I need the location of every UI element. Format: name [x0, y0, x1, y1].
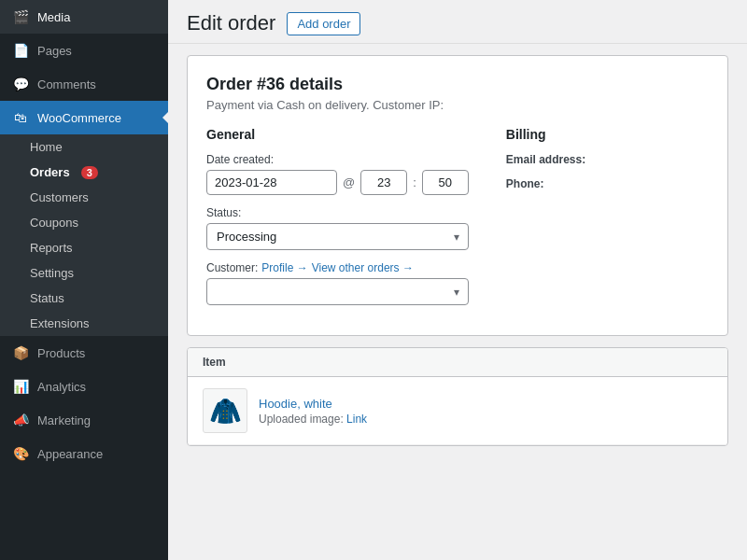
- sidebar-item-label: Reports: [30, 241, 73, 255]
- profile-link[interactable]: Profile →: [261, 261, 307, 274]
- analytics-icon: 📊: [11, 377, 30, 396]
- sidebar-item-reports[interactable]: Reports: [0, 235, 168, 260]
- item-info: Hoodie, white Uploaded image: Link: [259, 397, 712, 426]
- items-card: Item 🧥 Hoodie, white Uploaded image: Lin…: [187, 347, 728, 446]
- sidebar-item-marketing[interactable]: 📣 Marketing: [0, 403, 168, 437]
- view-other-orders-link[interactable]: View other orders →: [312, 261, 414, 274]
- status-row: Status: Pending payment Processing On ho…: [206, 206, 469, 250]
- order-subtitle: Payment via Cash on delivery. Customer I…: [206, 98, 709, 112]
- sidebar-item-label: Orders: [30, 165, 70, 179]
- sidebar-item-settings[interactable]: Settings: [0, 260, 168, 286]
- uploaded-image-label: Uploaded image:: [259, 413, 344, 426]
- sidebar-item-appearance[interactable]: 🎨 Appearance: [0, 437, 168, 470]
- sidebar-item-woocommerce[interactable]: 🛍 WooCommerce: [0, 101, 168, 134]
- at-label: @: [343, 175, 355, 189]
- items-column-header: Item: [188, 348, 727, 377]
- time-hour-input[interactable]: [360, 170, 407, 195]
- customer-label-row: Customer: Profile → View other orders →: [206, 261, 469, 274]
- sidebar-item-label: Appearance: [37, 447, 103, 461]
- sidebar-item-label: Products: [37, 346, 85, 360]
- sidebar-item-media[interactable]: 🎬 Media: [0, 0, 168, 34]
- status-label: Status:: [206, 206, 469, 219]
- status-select[interactable]: Pending payment Processing On hold Compl…: [206, 223, 469, 250]
- sidebar-item-label: Media: [37, 10, 70, 24]
- marketing-icon: 📣: [11, 411, 30, 429]
- add-order-button[interactable]: Add order: [287, 12, 360, 35]
- sidebar-item-label: Customers: [30, 190, 89, 204]
- status-select-wrapper: Pending payment Processing On hold Compl…: [206, 223, 469, 250]
- email-label: Email address:: [506, 153, 709, 166]
- customer-label: Customer:: [206, 261, 258, 274]
- general-column: General Date created: @ : Status:: [206, 127, 469, 316]
- sidebar-item-customers[interactable]: Customers: [0, 185, 168, 210]
- sidebar-item-label: Comments: [37, 77, 96, 91]
- date-input[interactable]: [206, 170, 337, 195]
- sidebar-item-orders[interactable]: Orders 3: [0, 160, 168, 185]
- customer-select-wrapper: ▾: [206, 278, 469, 305]
- time-minute-input[interactable]: [422, 170, 469, 195]
- sidebar-item-pages[interactable]: 📄 Pages: [0, 34, 168, 67]
- general-section-title: General: [206, 127, 469, 142]
- order-details-card: Order #36 details Payment via Cash on de…: [187, 55, 728, 336]
- products-icon: 📦: [11, 343, 30, 362]
- colon-label: :: [413, 175, 416, 189]
- uploaded-image-link[interactable]: Link: [346, 413, 367, 426]
- item-thumbnail: 🧥: [203, 388, 247, 433]
- sidebar-item-status[interactable]: Status: [0, 286, 168, 311]
- sidebar-item-products[interactable]: 📦 Products: [0, 336, 168, 370]
- customer-select[interactable]: [206, 278, 469, 305]
- order-columns: General Date created: @ : Status:: [206, 127, 709, 316]
- sidebar-item-home[interactable]: Home: [0, 134, 168, 160]
- item-name-link[interactable]: Hoodie, white: [259, 397, 332, 411]
- date-label: Date created:: [206, 153, 469, 166]
- sidebar-item-label: Settings: [30, 266, 74, 280]
- sidebar-item-comments[interactable]: 💬 Comments: [0, 67, 168, 101]
- sidebar-item-label: Extensions: [30, 316, 90, 330]
- table-row: 🧥 Hoodie, white Uploaded image: Link: [188, 377, 727, 445]
- sidebar: 🎬 Media 📄 Pages 💬 Comments 🛍 WooCommerce…: [0, 0, 168, 560]
- appearance-icon: 🎨: [11, 444, 30, 463]
- woocommerce-submenu: Home Orders 3 Customers Coupons Reports …: [0, 134, 168, 336]
- sidebar-item-label: Home: [30, 140, 63, 154]
- sidebar-item-label: Coupons: [30, 216, 78, 230]
- billing-column: Billing Email address: Phone:: [506, 127, 709, 316]
- content-area: Order #36 details Payment via Cash on de…: [168, 44, 747, 457]
- main-content: Edit order Add order Order #36 details P…: [168, 0, 747, 560]
- order-title: Order #36 details: [206, 75, 709, 94]
- phone-field-row: Phone:: [506, 177, 709, 190]
- item-meta: Uploaded image: Link: [259, 413, 712, 426]
- sidebar-item-label: Marketing: [37, 413, 91, 427]
- pages-icon: 📄: [11, 41, 30, 60]
- phone-label: Phone:: [506, 177, 709, 190]
- comments-icon: 💬: [11, 75, 30, 93]
- page-header: Edit order Add order: [168, 0, 747, 44]
- media-icon: 🎬: [11, 7, 30, 26]
- sidebar-item-label: Status: [30, 291, 64, 305]
- email-field-row: Email address:: [506, 153, 709, 166]
- billing-section-title: Billing: [506, 127, 709, 142]
- hoodie-image-placeholder: 🧥: [209, 396, 242, 427]
- sidebar-item-analytics[interactable]: 📊 Analytics: [0, 370, 168, 403]
- sidebar-item-coupons[interactable]: Coupons: [0, 210, 168, 235]
- sidebar-item-extensions[interactable]: Extensions: [0, 311, 168, 336]
- sidebar-item-label: WooCommerce: [37, 111, 121, 125]
- sidebar-item-label: Pages: [37, 44, 72, 58]
- customer-row: Customer: Profile → View other orders → …: [206, 261, 469, 305]
- sidebar-item-label: Analytics: [37, 380, 86, 394]
- orders-badge: 3: [81, 166, 98, 179]
- woocommerce-icon: 🛍: [11, 108, 30, 127]
- page-title: Edit order: [187, 11, 275, 35]
- date-row: Date created: @ :: [206, 153, 469, 195]
- date-group: @ :: [206, 170, 469, 195]
